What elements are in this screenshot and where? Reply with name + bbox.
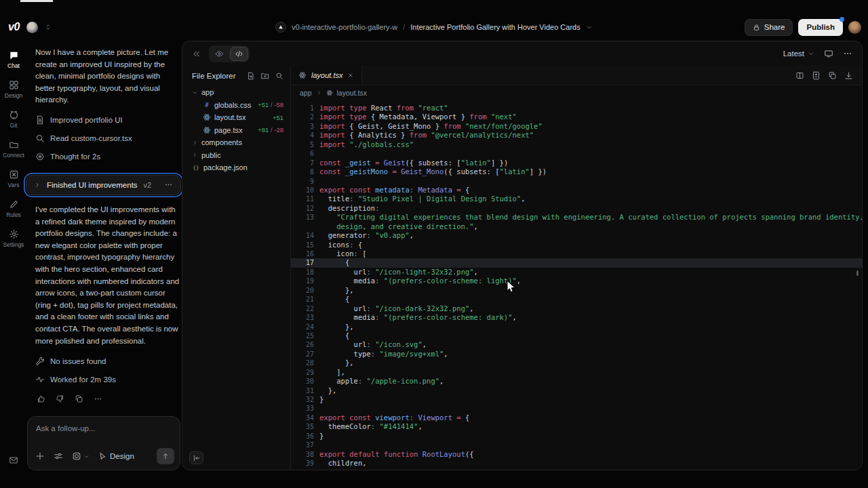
send-button[interactable] [157, 448, 174, 464]
code-line: 6 [291, 149, 862, 158]
rules-icon [9, 199, 19, 209]
code-lines: 1import type React from "react"2import t… [291, 104, 862, 470]
top-bar: v0 v0-interactive-portfolio-gallery-w / … [0, 14, 868, 41]
tool-row-label: Read custom-cursor.tsx [50, 134, 132, 142]
copy-icon[interactable] [75, 394, 83, 403]
code-area[interactable]: 1import type React from "react"2import t… [291, 100, 862, 470]
code-text: { [319, 331, 349, 340]
breadcrumb-page-title[interactable]: Interactive Portfolio Gallery with Hover… [410, 23, 580, 31]
breadcrumb-folder[interactable]: app [300, 89, 312, 97]
vercel-icon [275, 22, 286, 33]
scrollbar-mark[interactable] [856, 270, 859, 276]
code-toggle[interactable] [230, 47, 248, 61]
line-number: 26 [291, 340, 314, 349]
tool-row[interactable]: No issues found [35, 352, 182, 370]
react-icon [203, 113, 211, 121]
tool-row[interactable]: Read custom-cursor.tsx [35, 129, 182, 148]
mail-icon[interactable] [9, 455, 18, 465]
ellipsis-icon[interactable] [164, 180, 173, 189]
code-line: 27 type: "image/svg+xml", [291, 350, 862, 359]
version-selector[interactable]: Latest [783, 49, 814, 58]
line-number: 10 [291, 186, 314, 195]
split-view-icon[interactable] [795, 71, 804, 80]
code-text: const _geist = Geist({ subsets: ["latin"… [319, 159, 508, 167]
new-file-icon[interactable] [247, 72, 255, 80]
version-label: Latest [783, 49, 804, 58]
workbench: Latest File Explorer app#globals.css+51 … [182, 41, 863, 470]
assistant-message: Now I have a complete picture. Let me cr… [35, 47, 181, 106]
line-number: 2 [291, 113, 314, 121]
search-icon[interactable] [275, 72, 283, 80]
code-text: import "./globals.css" [319, 140, 414, 149]
close-icon[interactable] [347, 72, 354, 79]
follow-up-input[interactable] [36, 424, 172, 432]
thumb-down-icon[interactable] [56, 394, 64, 403]
ellipsis-icon[interactable] [843, 49, 852, 58]
thinking-icon [35, 152, 45, 161]
new-folder-icon[interactable] [261, 72, 269, 80]
rail-item-design[interactable]: Design [0, 75, 27, 104]
user-avatar[interactable] [848, 21, 861, 34]
code-line: 1import type React from "react" [291, 104, 862, 113]
code-line: 21 { [291, 295, 862, 304]
share-button[interactable]: Share [745, 19, 793, 36]
copy-icon[interactable] [828, 71, 837, 80]
tree-item-components[interactable]: components [182, 136, 290, 149]
view-toggle [209, 45, 250, 62]
breadcrumb-file[interactable]: layout.tsx [337, 89, 367, 97]
rail-item-label: Connect [3, 152, 24, 159]
tool-row[interactable]: Worked for 2m 39s [35, 370, 182, 388]
line-number: 37 [291, 441, 314, 449]
collapse-left-icon[interactable] [192, 49, 201, 58]
download-icon[interactable] [844, 71, 853, 80]
line-number: 8 [291, 167, 314, 176]
code-line: 40}: Readonly<{ [291, 468, 862, 470]
tree-item-layout-tsx[interactable]: layout.tsx+51 [182, 111, 290, 124]
media-picker[interactable] [72, 451, 90, 461]
tree-item-app[interactable]: app [182, 86, 290, 99]
code-line: 25 { [291, 331, 862, 340]
code-text: url: "/icon.svg", [319, 340, 427, 349]
task-card[interactable]: Finished UI improvements v2 [26, 175, 181, 195]
code-line: 20 }, [291, 286, 862, 295]
design-mode-toggle[interactable]: Design [98, 452, 134, 460]
code-text: generator: "v0.app", [319, 231, 414, 240]
tool-row[interactable]: Improved portfolio UI [35, 111, 182, 129]
line-number: 21 [291, 295, 314, 304]
diff-file-icon[interactable] [812, 71, 821, 80]
tree-item-package-json[interactable]: {}package.json [182, 161, 290, 174]
rail-item-connect[interactable]: Connect [0, 134, 27, 164]
collapse-explorer-button[interactable] [189, 451, 203, 464]
task-card-label: Finished UI improvements [47, 181, 138, 189]
tool-row[interactable]: Thought for 2s [35, 148, 182, 166]
code-text: children, [319, 459, 367, 468]
tree-item-globals-css[interactable]: #globals.css+51 / -58 [182, 99, 290, 112]
sliders-icon[interactable] [54, 451, 63, 461]
publish-button[interactable]: Publish [798, 19, 843, 36]
rail-item-settings[interactable]: Settings [0, 224, 27, 253]
react-icon [298, 71, 307, 79]
ellipsis-icon[interactable] [94, 394, 102, 403]
tab-layout-tsx[interactable]: layout.tsx [291, 66, 362, 85]
device-icon[interactable] [824, 49, 833, 58]
breadcrumb-project[interactable]: v0-interactive-portfolio-gallery-w [292, 23, 397, 31]
code-text: media: "(prefers-color-scheme: dark)", [319, 313, 517, 322]
rail-item-git[interactable]: Git [0, 104, 27, 134]
code-line: 7const _geist = Geist({ subsets: ["latin… [291, 159, 862, 167]
rail-item-chat[interactable]: Chat [0, 45, 27, 75]
preview-toggle[interactable] [210, 47, 229, 61]
diff-deletions: -28 [274, 126, 283, 134]
plus-icon[interactable] [35, 451, 45, 461]
tree-item-public[interactable]: public [182, 149, 290, 162]
tree-item-page-tsx[interactable]: page.tsx+81 / -28 [182, 124, 290, 137]
rail-item-rules[interactable]: Rules [0, 194, 27, 224]
chevron-down-icon[interactable] [586, 24, 593, 30]
code-text: { [319, 295, 349, 304]
rail-item-vars[interactable]: Vars [0, 164, 27, 194]
diff-stats: +81 / -28 [258, 126, 290, 134]
status-rows: No issues foundWorked for 2m 39s [27, 352, 182, 388]
chevron-right-icon [192, 140, 198, 146]
thumb-up-icon[interactable] [37, 394, 45, 403]
line-number: 39 [291, 459, 314, 468]
notification-dot [840, 17, 844, 22]
